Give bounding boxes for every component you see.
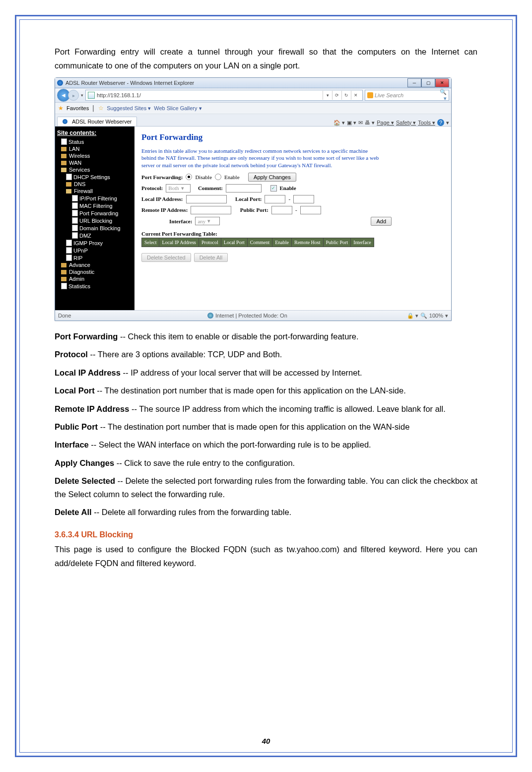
def-desc: -- The destination port number that is m…: [95, 386, 406, 395]
sidebar-item-diagnostic[interactable]: Diagnostic: [69, 269, 94, 275]
protocol-label: Protocol:: [141, 185, 163, 191]
sidebar-item-igmp[interactable]: IGMP Proxy: [73, 240, 103, 246]
sidebar-item-advance[interactable]: Advance: [69, 262, 90, 268]
help-icon[interactable]: ?: [437, 119, 444, 126]
sidebar-item-status[interactable]: Status: [68, 139, 84, 145]
intro-paragraph: Port Forwarding entry will create a tunn…: [55, 45, 477, 72]
minimize-button[interactable]: ─: [407, 78, 421, 87]
sidebar-item-portfwd[interactable]: Port Forwarding: [79, 210, 118, 216]
favorites-star-icon[interactable]: ★: [58, 105, 64, 112]
forwarding-table: Select Local IP Address Protocol Local P…: [141, 238, 374, 247]
address-bar[interactable]: http://192.168.1.1/ ▾ ⟳ ↻ ✕: [85, 90, 363, 101]
doc-icon: [66, 174, 72, 180]
def-term: Port Forwarding: [55, 332, 118, 341]
add-fav-icon[interactable]: ☆: [98, 105, 104, 112]
local-port-input2[interactable]: [293, 195, 314, 203]
local-port-input1[interactable]: [265, 195, 285, 203]
search-box[interactable]: Live Search 🔍 ▾: [365, 90, 449, 101]
zoom-icon[interactable]: 🔒 ▾: [407, 313, 418, 319]
zoom-value[interactable]: 100%: [429, 313, 443, 319]
delete-selected-button[interactable]: Delete Selected: [141, 253, 191, 262]
sidebar-item-domainblock[interactable]: Domain Blocking: [79, 225, 121, 231]
sidebar-item-firewall[interactable]: Firewall: [74, 188, 93, 194]
def-term: Remote IP Address: [55, 404, 129, 413]
local-port-label: Local Port:: [235, 196, 262, 202]
def-desc: -- There are 3 options available: TCP, U…: [88, 350, 282, 359]
apply-changes-button[interactable]: Apply Changes: [248, 173, 296, 182]
forward-button[interactable]: ▸: [68, 90, 79, 101]
feeds-icon[interactable]: ▣ ▾: [347, 120, 356, 126]
comment-input[interactable]: [226, 184, 262, 193]
definitions-block: Port Forwarding -- Check this item to en…: [55, 330, 477, 518]
panel-title: Port Forwarding: [141, 132, 444, 142]
site-tree: Site contents: Status LAN Wireless WAN S…: [55, 127, 134, 310]
sidebar-item-dmz[interactable]: DMZ: [79, 233, 91, 239]
sidebar-item-wireless[interactable]: Wireless: [69, 153, 90, 159]
tools-menu[interactable]: Tools ▾: [418, 120, 435, 126]
sidebar-item-dns[interactable]: DNS: [74, 181, 85, 187]
sidebar-item-services[interactable]: Services: [69, 167, 90, 173]
folder-icon: [61, 154, 66, 158]
doc-icon: [61, 138, 67, 145]
th-remotehost: Remote Host: [292, 238, 324, 247]
def-desc: -- Select the WAN interface on which the…: [89, 440, 371, 449]
refresh-button[interactable]: ↻: [341, 91, 351, 100]
page-icon: [88, 92, 95, 99]
sidebar-item-admin[interactable]: Admin: [69, 276, 84, 282]
read-mail-icon[interactable]: ✉: [358, 120, 363, 126]
th-localport: Local Port: [221, 238, 247, 247]
section-body: This page is used to configure the Block…: [55, 542, 477, 570]
protocol-select[interactable]: Both ▾: [166, 184, 191, 193]
maximize-button[interactable]: ▢: [421, 78, 435, 87]
th-select: Select: [142, 238, 159, 247]
sidebar-item-ipport[interactable]: IP/Port Filtering: [79, 195, 117, 201]
addr-dropdown[interactable]: ▾: [323, 91, 332, 100]
add-button[interactable]: Add: [371, 217, 392, 226]
sidebar-item-dhcp[interactable]: DHCP Settings: [73, 174, 110, 180]
page-menu[interactable]: Page ▾: [377, 120, 394, 126]
public-port-label: Public Port:: [240, 207, 268, 213]
zoom-dropdown[interactable]: ▾: [445, 313, 448, 319]
public-port-input2[interactable]: [300, 206, 321, 214]
section-heading: 3.6.3.4 URL Blocking: [55, 530, 477, 539]
ie-icon: [57, 80, 63, 86]
home-icon[interactable]: 🏠 ▾: [333, 120, 345, 126]
def-term: Apply Changes: [55, 458, 114, 467]
doc-icon: [61, 283, 67, 289]
remote-ip-label: Remote IP Address:: [141, 207, 188, 213]
folder-icon: [61, 277, 66, 281]
sidebar-item-rip[interactable]: RIP: [73, 255, 82, 261]
web-slice-link[interactable]: Web Slice Gallery ▾: [154, 105, 201, 112]
sidebar-item-wan[interactable]: WAN: [69, 160, 81, 166]
sidebar-item-mac[interactable]: MAC Filtering: [79, 203, 113, 209]
suggested-sites-link[interactable]: Suggested Sites ▾: [107, 105, 151, 112]
sidebar-item-upnp[interactable]: UPnP: [73, 248, 88, 254]
stop-button[interactable]: ✕: [351, 91, 360, 100]
enable-label: Enable: [224, 174, 240, 180]
def-desc: -- IP address of your local server that …: [121, 368, 362, 377]
separator: │: [92, 105, 95, 111]
sidebar-item-urlblock[interactable]: URL Blocking: [79, 218, 112, 224]
globe-icon: [207, 313, 213, 319]
interface-select[interactable]: any ▾: [195, 217, 220, 225]
radio-enable[interactable]: [215, 174, 221, 180]
command-bar: 🏠 ▾ ▣ ▾ ✉ 🖶 ▾ Page ▾ Safety ▾ Tools ▾ ?▾: [333, 119, 449, 126]
enable-checkbox[interactable]: ✓: [270, 185, 277, 192]
tab-active[interactable]: ADSL Router Webserver: [57, 117, 137, 126]
radio-disable[interactable]: [186, 174, 192, 180]
safety-menu[interactable]: Safety ▾: [396, 120, 416, 126]
sidebar-item-statistics[interactable]: Statistics: [68, 283, 90, 289]
print-icon[interactable]: 🖶 ▾: [365, 120, 375, 126]
compat-icon[interactable]: ⟳: [332, 91, 341, 100]
def-desc: -- Delete all forwarding rules from the …: [92, 508, 292, 516]
sidebar-item-lan[interactable]: LAN: [69, 146, 79, 152]
history-dropdown[interactable]: ▾: [81, 93, 83, 98]
url-text: http://192.168.1.1/: [97, 92, 323, 98]
local-ip-input[interactable]: [186, 195, 227, 203]
close-button[interactable]: ✕: [435, 78, 449, 87]
delete-all-button[interactable]: Delete All: [194, 253, 228, 262]
remote-ip-input[interactable]: [191, 206, 231, 214]
public-port-input1[interactable]: [271, 206, 292, 214]
zoom-slider-icon[interactable]: 🔍: [420, 313, 427, 319]
search-button[interactable]: 🔍 ▾: [437, 89, 447, 102]
